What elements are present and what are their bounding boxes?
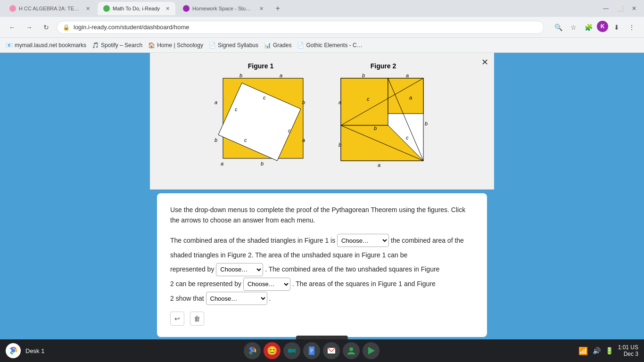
dropdown-1[interactable]: Choose… equal to greater than less than bbox=[337, 234, 389, 247]
svg-marker-34 bbox=[293, 348, 296, 353]
svg-text:a: a bbox=[406, 74, 409, 78]
address-bar: ← → ↻ 🔒 login.i-ready.com/student/dashbo… bbox=[0, 17, 644, 38]
tab-label-3: Homework Space - StudyX bbox=[192, 6, 254, 11]
bookmark-grades-label: Grades bbox=[273, 42, 291, 49]
action-bar: ↩ 🗑 bbox=[170, 312, 474, 326]
tab-label-1: H CC ALGEBRA 2A: TERM A2-… bbox=[19, 6, 80, 11]
taskbar-contacts-icon[interactable] bbox=[343, 342, 360, 359]
taskbar: Desk 1 😊 📶 🔊 🔋 1:0 bbox=[0, 339, 644, 362]
dropdown-2[interactable]: Choose… a² b² c² a² + b² bbox=[216, 263, 263, 276]
figure-2-container: Figure 2 b bbox=[336, 62, 430, 177]
tab-close-3[interactable]: ✕ bbox=[259, 6, 264, 12]
bookmark-schoology[interactable]: 🏠 Home | Schoology bbox=[148, 42, 203, 49]
back-button[interactable]: ← bbox=[6, 21, 19, 34]
clock: 1:01 US Dec 3 bbox=[618, 344, 638, 357]
search-icon[interactable]: 🔍 bbox=[552, 21, 565, 34]
bookmark-mymail-label: mymail.lausd.net bookmarks bbox=[15, 42, 86, 49]
svg-marker-41 bbox=[368, 347, 375, 354]
svg-text:c: c bbox=[244, 137, 247, 143]
tab-label-2: Math To Do, i-Ready bbox=[113, 6, 160, 11]
svg-text:c: c bbox=[288, 128, 291, 133]
bookmark-syllabus[interactable]: 📄 Signed Syllabus bbox=[209, 42, 258, 49]
extension-icon[interactable]: 🧩 bbox=[582, 21, 595, 34]
figure-1-svg: b a b a a b a b c c c c bbox=[214, 74, 308, 177]
figure-2-title: Figure 2 bbox=[371, 62, 396, 70]
svg-text:a: a bbox=[339, 99, 341, 105]
taskbar-app-red[interactable]: 😊 bbox=[264, 342, 281, 359]
instruction-text: Use the drop-down menus to complete the … bbox=[170, 206, 465, 224]
undo-button[interactable]: ↩ bbox=[170, 312, 184, 326]
question-instruction: Use the drop-down menus to complete the … bbox=[170, 205, 474, 226]
tab-active-2[interactable]: Math To Do, i-Ready ✕ bbox=[98, 2, 175, 15]
svg-point-40 bbox=[349, 347, 353, 351]
sentence-flow: The combined area of the shaded triangle… bbox=[170, 233, 474, 306]
delete-button[interactable]: 🗑 bbox=[190, 312, 204, 326]
new-tab-button[interactable]: + bbox=[271, 2, 284, 15]
svg-text:b: b bbox=[374, 125, 377, 131]
chrome-app-icon[interactable] bbox=[6, 343, 21, 358]
close-button[interactable]: ✕ bbox=[479, 57, 490, 68]
bookmark-spotify-icon: 🎵 bbox=[92, 42, 99, 49]
tab-close-2[interactable]: ✕ bbox=[165, 6, 170, 12]
svg-text:c: c bbox=[263, 95, 266, 100]
svg-text:a: a bbox=[280, 74, 282, 78]
taskbar-docs-icon[interactable] bbox=[303, 342, 320, 359]
bookmark-mymail[interactable]: 📧 mymail.lausd.net bookmarks bbox=[6, 42, 86, 49]
taskbar-right: 📶 🔊 🔋 1:01 US Dec 3 bbox=[578, 344, 638, 357]
svg-rect-38 bbox=[310, 352, 312, 352]
menu-icon[interactable]: ⋮ bbox=[625, 21, 638, 34]
volume-icon: 🔊 bbox=[593, 347, 601, 354]
svg-text:b: b bbox=[425, 121, 428, 126]
bookmark-gothic-icon: 📄 bbox=[297, 42, 304, 49]
tab-favicon-2 bbox=[103, 5, 110, 12]
svg-text:a: a bbox=[409, 95, 412, 100]
svg-rect-36 bbox=[310, 349, 313, 349]
bookmark-grades-icon: 📊 bbox=[264, 42, 271, 49]
network-icon: 📶 bbox=[578, 346, 588, 355]
svg-text:a: a bbox=[302, 137, 305, 143]
forward-button[interactable]: → bbox=[23, 21, 36, 34]
bookmark-mymail-icon: 📧 bbox=[6, 42, 13, 49]
svg-text:a: a bbox=[378, 162, 380, 168]
close-window-button[interactable]: ✕ bbox=[628, 2, 640, 15]
dropdown-4[interactable]: Choose… a² + b² = c² a² = b² + c² b² = a… bbox=[206, 292, 267, 305]
reload-button[interactable]: ↻ bbox=[40, 21, 53, 34]
maximize-button[interactable]: ⬜ bbox=[614, 2, 626, 15]
tab-favicon-1 bbox=[9, 5, 16, 12]
bookmark-gothic-label: Gothic Elements - C… bbox=[306, 42, 362, 49]
sentence-part9: . bbox=[269, 295, 271, 302]
bookmark-spotify[interactable]: 🎵 Spotify – Search bbox=[92, 42, 142, 49]
bookmark-syllabus-icon: 📄 bbox=[209, 42, 216, 49]
tab-inactive-3[interactable]: Homework Space - StudyX ✕ bbox=[177, 2, 269, 15]
taskbar-meet-icon[interactable] bbox=[283, 342, 300, 359]
url-bar[interactable]: 🔒 login.i-ready.com/student/dashboard/ho… bbox=[57, 21, 544, 34]
bookmark-gothic[interactable]: 📄 Gothic Elements - C… bbox=[297, 42, 362, 49]
bookmark-star-icon[interactable]: ☆ bbox=[567, 21, 580, 34]
sentence-part5: . The combined area of the two unshaded … bbox=[265, 265, 439, 273]
page-content: ✕ Figure 1 b a b a bbox=[0, 53, 644, 362]
time-display: 1:01 US bbox=[618, 344, 638, 351]
profile-avatar[interactable]: K bbox=[597, 21, 608, 32]
bookmark-grades[interactable]: 📊 Grades bbox=[264, 42, 291, 49]
taskbar-gmail-icon[interactable] bbox=[323, 342, 340, 359]
toolbar-icons: 🔍 ☆ 🧩 K ⬇ ⋮ bbox=[552, 21, 638, 34]
svg-text:b: b bbox=[239, 74, 242, 78]
taskbar-play-icon[interactable] bbox=[363, 342, 380, 359]
svg-rect-16 bbox=[388, 78, 423, 114]
tab-close-1[interactable]: ✕ bbox=[86, 6, 90, 12]
figures-container: Figure 1 b a b a a b bbox=[169, 62, 475, 177]
taskbar-chrome-icon[interactable] bbox=[244, 342, 261, 359]
window-controls: — ⬜ ✕ bbox=[600, 2, 640, 15]
svg-text:c: c bbox=[406, 135, 409, 140]
svg-text:a: a bbox=[215, 99, 217, 105]
tab-favicon-3 bbox=[183, 5, 190, 12]
minimize-button[interactable]: — bbox=[600, 2, 612, 15]
taskbar-left: Desk 1 bbox=[6, 343, 44, 358]
tab-inactive-1[interactable]: H CC ALGEBRA 2A: TERM A2-… ✕ bbox=[4, 2, 96, 15]
sentence-part2: the combined bbox=[391, 237, 430, 244]
dropdown-3[interactable]: Choose… a² + b² c² a² b² bbox=[243, 278, 290, 291]
browser-chrome: H CC ALGEBRA 2A: TERM A2-… ✕ Math To Do,… bbox=[0, 0, 644, 53]
url-text: login.i-ready.com/student/dashboard/home bbox=[74, 24, 189, 31]
download-icon[interactable]: ⬇ bbox=[610, 21, 623, 34]
figure-1-container: Figure 1 b a b a a b bbox=[214, 62, 308, 177]
